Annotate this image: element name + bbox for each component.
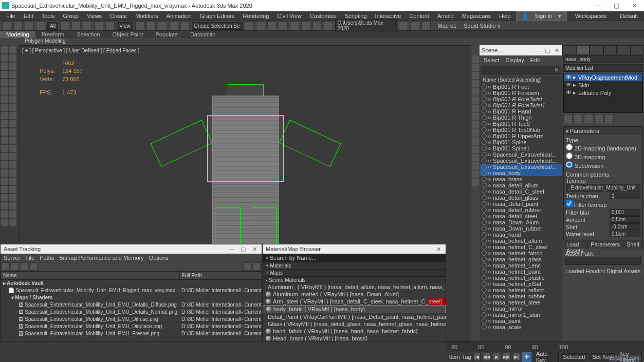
scene-close-icon[interactable]: ✕ [554, 47, 560, 53]
tool-button[interactable] [1, 79, 8, 86]
tag-label[interactable]: Tag [462, 354, 471, 360]
menu-group[interactable]: Group [59, 12, 83, 20]
outliner-row[interactable]: ○nasa_helmet_steel [480, 299, 562, 306]
outliner-row[interactable]: ○nasa_Down_Alum [480, 219, 562, 225]
scene-filter-button[interactable] [472, 138, 479, 145]
menu-arnold[interactable]: Arnold [433, 12, 458, 20]
scene-filter-button[interactable] [472, 129, 479, 137]
sign-in-button[interactable]: 👤 Sign In ▾ [516, 11, 566, 21]
menu-rendering[interactable]: Rendering [239, 12, 273, 20]
outliner-row[interactable]: ○nasa_detail_C_steel [480, 188, 562, 195]
tool-button[interactable] [1, 137, 8, 144]
time-config-button[interactable]: + [522, 351, 532, 362]
pin-stack-button[interactable] [563, 114, 573, 123]
outliner-row[interactable]: ○nasa_detail_glass [480, 195, 562, 201]
viewport-label[interactable]: [ + ] [ Perspective ] [ User Defined ] [… [22, 48, 139, 53]
outliner-row[interactable]: ○nasa_Down_rubber [480, 225, 562, 232]
menu-tools[interactable]: Tools [38, 12, 59, 20]
scene-filter-button[interactable] [472, 72, 479, 79]
tool-button[interactable] [9, 112, 16, 119]
autokey-button[interactable]: Auto Key [533, 350, 559, 362]
scene-filter-button[interactable] [472, 88, 479, 96]
macro-label[interactable]: Macro1 [438, 23, 457, 29]
outliner-row[interactable]: ○Bip001 R Thigh [480, 115, 562, 121]
tool-button[interactable] [9, 153, 16, 160]
scene-filter-button[interactable] [472, 162, 479, 169]
outliner-row[interactable]: ○Bip001 Spine1 [480, 145, 562, 151]
remove-modifier-button[interactable] [594, 114, 603, 123]
create-tab[interactable] [562, 45, 576, 54]
snap-button[interactable] [146, 21, 156, 30]
material-row[interactable]: Aluminum_matted ( VRayMtl ) [nasa_Down_A… [263, 291, 446, 298]
scene-filter-button[interactable] [472, 55, 479, 63]
menu-create[interactable]: Create [106, 12, 131, 20]
close-button[interactable]: ✕ [628, 1, 642, 10]
material-row[interactable]: Arm_steel ( VRayMtl ) [nasa_detail_C_ste… [263, 298, 446, 305]
ribbon-selection[interactable]: Selection [70, 31, 106, 38]
texmap-button[interactable]: ..Extravehicular_Mobility_Unit [566, 184, 640, 192]
mat-section-maps[interactable]: + Maps [263, 269, 446, 276]
asset-row[interactable]: 🖼 Spacesuit_Extravehicular_Mobility_Unit… [1, 316, 262, 323]
hierarchy-tab[interactable] [590, 45, 603, 54]
scene-filter-button[interactable] [472, 97, 479, 104]
material-row[interactable]: body_fabric ( VRayMtl ) [nasa_body] [263, 305, 446, 313]
asset-max-icon[interactable]: ▢ [239, 246, 247, 253]
scene-list-header[interactable]: Name (Sorted Ascending) [480, 76, 562, 84]
outliner-row[interactable]: ○nasa_Detail_paint [480, 201, 562, 207]
ribbon-populate[interactable]: Populate [149, 31, 183, 38]
minimize-button[interactable]: — [591, 1, 605, 10]
outliner-row[interactable]: ○Spacesuit_Extravehicul... [480, 158, 562, 164]
scale-button[interactable] [94, 21, 103, 30]
curve-editor-button[interactable] [279, 21, 288, 30]
outliner-row[interactable]: ○nasa_helmet_Lenc [480, 262, 562, 269]
menu-views[interactable]: Views [83, 12, 106, 20]
tool-button[interactable] [9, 219, 16, 226]
scene-filter-button[interactable] [472, 170, 479, 178]
configure-sets-button[interactable] [604, 114, 614, 123]
scene-filter-button[interactable] [472, 80, 479, 87]
modifier-stack[interactable]: 👁 ▸VRayDisplacementMod 👁 ▸Skin 👁 ▸Editab… [563, 73, 643, 113]
asset-tb5[interactable] [243, 262, 251, 271]
scene-min-icon[interactable]: — [535, 47, 541, 53]
tool-button[interactable] [9, 120, 16, 127]
tool-button[interactable] [9, 63, 16, 70]
scene-filter-button[interactable] [472, 121, 479, 128]
tool-button[interactable] [1, 194, 8, 201]
filter-texmap-check[interactable]: Filter texmap [566, 200, 640, 208]
asset-tb1[interactable] [2, 262, 10, 271]
asset-menu-options[interactable]: Options [149, 255, 169, 261]
link-button[interactable] [25, 21, 34, 30]
angle-snap-button[interactable] [158, 21, 167, 30]
workspaces-value[interactable]: Default [616, 12, 642, 20]
outliner-row[interactable]: ○nasa_hand [480, 232, 562, 238]
tool-button[interactable] [1, 71, 8, 78]
asset-row[interactable]: 🖼 Spacesuit_Extravehicular_Mobility_Unit… [1, 323, 262, 330]
tool-button[interactable] [1, 145, 8, 152]
menu-megascans[interactable]: Megascans [458, 12, 495, 20]
utilities-tab[interactable] [631, 45, 645, 54]
selected-filter[interactable]: Selected [561, 353, 588, 360]
tool-button[interactable] [1, 87, 8, 94]
asset-tb4[interactable] [29, 262, 38, 271]
material-row[interactable]: Aluminum_ ( VRayMtl ) [nasa_detail_allum… [263, 283, 446, 291]
maximize-button[interactable]: ▢ [609, 1, 623, 10]
tool-button[interactable] [9, 137, 16, 144]
scene-titlebar[interactable]: Scene... —▢✕ [480, 45, 562, 55]
scene-max-icon[interactable]: ▢ [544, 47, 550, 53]
filter-all[interactable]: All [47, 22, 58, 30]
tool-button[interactable] [1, 128, 8, 136]
asset-min-icon[interactable]: — [228, 246, 236, 253]
spinner-snap-button[interactable] [180, 21, 190, 30]
folder3-button[interactable] [421, 21, 431, 30]
ribbon-sub[interactable]: Polygon Modeling [0, 38, 644, 45]
tool-button[interactable] [9, 211, 16, 218]
menu-content[interactable]: Content [405, 12, 433, 20]
asset-path-field[interactable] [565, 257, 641, 265]
mat-section-scene[interactable]: - Scene Materials [263, 276, 446, 283]
shift-spinner[interactable]: -0,2cm [610, 223, 640, 230]
asset-tb3[interactable] [20, 262, 28, 271]
show-end-result-button[interactable] [574, 114, 583, 123]
ribbon-modeling[interactable]: Modeling [0, 31, 35, 38]
motion-tab[interactable] [603, 45, 617, 54]
tool-button[interactable] [9, 79, 16, 86]
